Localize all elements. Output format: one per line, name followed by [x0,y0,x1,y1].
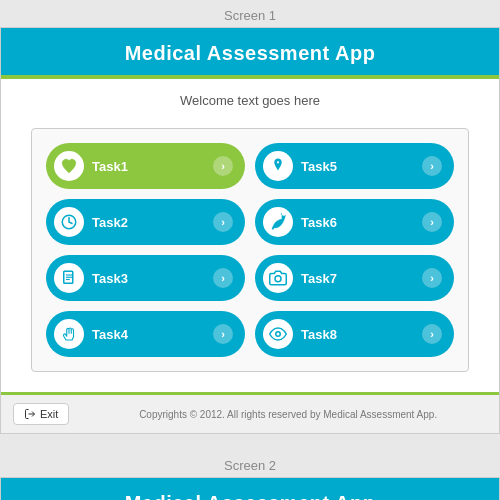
task1-icon-circle [54,151,84,181]
task8-label: Task8 [301,327,337,342]
hand-icon [60,325,78,343]
screen2-container: Medical Assessment App Task 1 Wizard Tit… [0,477,500,500]
tasks-grid: Task1 › Task5 › [46,143,454,357]
task3-icon-circle [54,263,84,293]
tasks-area: Task1 › Task5 › [1,118,499,392]
exit-label: Exit [40,408,58,420]
task8-button[interactable]: Task8 › [255,311,454,357]
task4-button[interactable]: Task4 › [46,311,245,357]
task8-icon-circle [263,319,293,349]
footer-copyright: Copyrights © 2012. All rights reserved b… [89,409,487,420]
heart-icon [60,157,78,175]
screen2-header: Medical Assessment App [1,478,499,500]
task5-label: Task5 [301,159,337,174]
screen2-label: Screen 2 [0,450,500,477]
task4-chevron: › [213,324,233,344]
screen2-title: Medical Assessment App [1,492,499,500]
pin-icon [269,157,287,175]
task4-label: Task4 [92,327,128,342]
task2-icon-circle [54,207,84,237]
leaf-icon [269,213,287,231]
tasks-grid-wrapper: Task1 › Task5 › [31,128,469,372]
task5-icon-circle [263,151,293,181]
task3-chevron: › [213,268,233,288]
exit-icon [24,408,36,420]
task7-icon-circle [263,263,293,293]
screen1-label: Screen 1 [0,0,500,27]
task2-label: Task2 [92,215,128,230]
task6-button[interactable]: Task6 › [255,199,454,245]
task6-chevron: › [422,212,442,232]
task7-label: Task7 [301,271,337,286]
screen1-title: Medical Assessment App [1,42,499,65]
eye-icon [269,325,287,343]
svg-point-6 [276,332,281,337]
exit-button[interactable]: Exit [13,403,69,425]
screen1-header: Medical Assessment App [1,28,499,79]
document-icon [60,269,78,287]
screen-spacer [0,434,500,450]
task1-chevron: › [213,156,233,176]
welcome-text: Welcome text goes here [1,79,499,118]
screen1-container: Medical Assessment App Welcome text goes… [0,27,500,434]
task1-label: Task1 [92,159,128,174]
svg-point-5 [275,276,281,282]
clock-icon [60,213,78,231]
task7-chevron: › [422,268,442,288]
task8-chevron: › [422,324,442,344]
task1-button[interactable]: Task1 › [46,143,245,189]
task4-icon-circle [54,319,84,349]
task6-icon-circle [263,207,293,237]
task2-chevron: › [213,212,233,232]
task7-button[interactable]: Task7 › [255,255,454,301]
task3-button[interactable]: Task3 › [46,255,245,301]
task2-button[interactable]: Task2 › [46,199,245,245]
task6-label: Task6 [301,215,337,230]
task5-chevron: › [422,156,442,176]
task3-label: Task3 [92,271,128,286]
task5-button[interactable]: Task5 › [255,143,454,189]
screen1-footer: Exit Copyrights © 2012. All rights reser… [1,392,499,433]
camera-icon [269,269,287,287]
